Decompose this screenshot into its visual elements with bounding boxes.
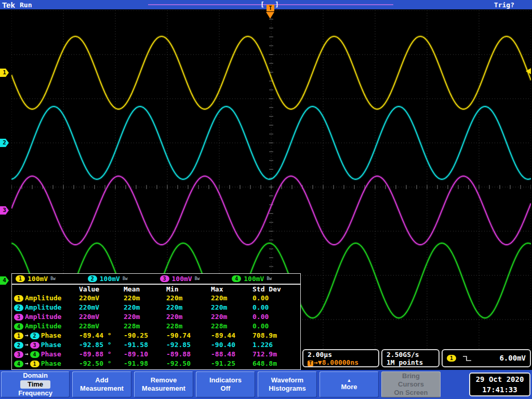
measurement-value: 712.9m (252, 350, 300, 359)
falling-edge-icon (462, 355, 472, 362)
measurement-value: 1.226 (252, 340, 300, 350)
measurement-header: Min (166, 285, 211, 294)
measurement-row: 2Amplitude220mV220m220m220m0.00 (12, 303, 300, 312)
channel-4-readout[interactable]: 4100mVBw (228, 275, 300, 283)
measurement-value: 220m (166, 303, 211, 312)
channel-2-position-marker[interactable]: 2 (0, 139, 9, 147)
measurement-value: 228m (211, 322, 252, 331)
waveform-ch1 (11, 36, 531, 109)
channel-badge: 2 (30, 332, 39, 339)
menu-button-label: Add (95, 376, 108, 384)
menu-button-bring-cursors-on-screen[interactable]: BringCursorsOn Screen (381, 371, 441, 397)
measurement-value: 220m (124, 294, 166, 303)
domain-option-frequency[interactable]: Frequency (18, 389, 52, 397)
measurement-header: Max (211, 285, 252, 294)
trigger-position-arrow-icon (266, 12, 274, 19)
menu-button-remove-measurement[interactable]: RemoveMeasurement (134, 371, 193, 397)
channel-badge: 1 (30, 361, 39, 367)
measurement-value: 228m (124, 322, 166, 331)
menu-button-label: More (341, 383, 357, 391)
menu-button-label: Cursors (398, 380, 424, 389)
measurement-value: -92.85 ° (79, 340, 124, 350)
time-text: 17:41:33 (470, 384, 529, 395)
measurement-value: 220m (211, 303, 252, 312)
trigger-source-badge: 1 (447, 355, 456, 362)
bandwidth-icon: Bw (123, 276, 128, 281)
menu-button-waveform-histograms[interactable]: WaveformHistograms (258, 371, 317, 397)
measurement-value: 220mV (79, 312, 124, 322)
measurement-value: 220m (124, 312, 166, 322)
datetime-display: 29 Oct 2020 17:41:33 (469, 373, 530, 396)
measurement-value: 228m (166, 322, 211, 331)
bandwidth-icon: Bw (195, 276, 200, 281)
measurement-row: 3Amplitude220mV220m220m220m0.00 (12, 312, 300, 322)
delay-readout: T→▼8.00000ns (308, 358, 374, 366)
channel-badge: 3 (14, 314, 23, 321)
trigger-t-icon: T (308, 361, 313, 366)
channel-badge: 1 (14, 332, 23, 339)
horizontal-readout: 2.00μs T→▼8.00000ns (302, 349, 379, 367)
date-text: 29 Oct 2020 (470, 374, 529, 384)
horizontal-scale: 2.00μs (308, 351, 374, 358)
waveform-ch3 (11, 176, 531, 245)
channel-badge: 4 (14, 323, 23, 330)
measurement-value: 220m (166, 294, 211, 303)
menu-button-more[interactable]: ▲More (320, 371, 379, 397)
channel-readout-strip: 1100mVBw2100mVBw3100mVBw4100mVBw (11, 273, 301, 284)
channel-2-readout[interactable]: 2100mVBw (84, 275, 156, 283)
channel-1-readout[interactable]: 1100mVBw (12, 275, 84, 283)
measurement-value: -91.25 (211, 359, 252, 368)
measurement-header: Value (79, 285, 124, 294)
menu-button-add-measurement[interactable]: AddMeasurement (72, 371, 131, 397)
channel-1-position-marker[interactable]: 1 (0, 69, 9, 77)
bandwidth-icon: Bw (50, 276, 56, 281)
menu-button-label: Remove (151, 376, 177, 384)
measurement-value: -89.10 (124, 350, 166, 359)
measurement-value: -90.25 (124, 331, 166, 340)
measurement-label: Amplitude (25, 322, 61, 331)
arrow-icon: → (25, 331, 29, 340)
measurement-header: Std Dev (252, 285, 300, 294)
channel-badge: 2 (88, 275, 97, 282)
channel-3-readout[interactable]: 3100mVBw (156, 275, 229, 283)
measurement-value: -89.88 ° (79, 350, 124, 359)
tek-logo: Tek (2, 1, 15, 9)
channel-3-position-marker[interactable]: 3 (0, 206, 9, 215)
measurement-value: -91.58 (124, 340, 166, 350)
trigger-status: Trig? (494, 1, 514, 9)
bandwidth-icon: Bw (267, 276, 272, 281)
measurement-label: Phase (41, 350, 61, 359)
domain-option-time[interactable]: Time (20, 380, 50, 389)
measurement-row: 3→4Phase-89.88 °-89.10-89.88-88.48712.9m (12, 350, 300, 359)
menu-button-label: On Screen (394, 389, 428, 397)
measurement-row: 1Amplitude220mV220m220m220m0.00 (12, 294, 300, 303)
run-status: Run (20, 1, 32, 9)
measurement-value: 0.00 (252, 322, 300, 331)
channel-badge: 2 (14, 304, 23, 311)
channel-scale: 100mV (244, 275, 264, 283)
channel-badge: 1 (14, 295, 23, 302)
measurement-value: 220m (166, 312, 211, 322)
measurement-value: -92.85 (166, 340, 211, 350)
menu-button-label: Waveform (271, 376, 303, 384)
trigger-readout: 1 6.00mV (442, 349, 531, 367)
channel-badge: 4 (30, 351, 39, 358)
channel-badge: 2 (14, 342, 23, 349)
trigger-position-marker[interactable]: T (267, 5, 274, 11)
arrow-icon: → (25, 350, 29, 359)
channel-scale: 100mV (100, 275, 120, 283)
measurement-value: 0.00 (252, 294, 300, 303)
menu-button-domain[interactable]: Domain Time Frequency (1, 371, 70, 397)
menu-button-indicators-off[interactable]: IndicatorsOff (196, 371, 255, 397)
channel-4-position-marker[interactable]: 4 (0, 276, 9, 285)
menu-button-label: Off (221, 384, 231, 393)
record-length: 1M points (387, 358, 434, 366)
channel-scale: 100mV (28, 275, 48, 283)
measurement-row: 2→3Phase-92.85 °-91.58-92.85-90.401.226 (12, 340, 300, 350)
domain-title: Domain (23, 371, 48, 380)
measurement-value: -90.40 (211, 340, 252, 350)
measurement-value: 220mV (79, 303, 124, 312)
menu-button-label: Measurement (80, 384, 124, 393)
trigger-level-arrow-icon (526, 68, 531, 74)
measurement-label: Phase (41, 331, 61, 340)
